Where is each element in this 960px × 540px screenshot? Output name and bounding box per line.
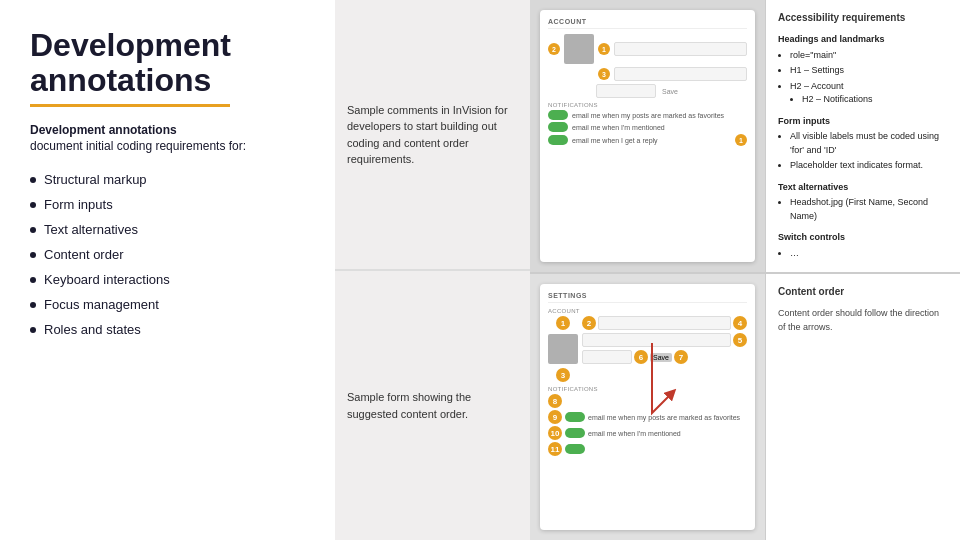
right-side: ACCOUNT 2 1 3 Save NO: [530, 0, 960, 540]
num-badge-2: 2: [548, 43, 560, 55]
notes-title: Accessibility requirements: [778, 10, 948, 25]
content-order-desc: Content order should follow the directio…: [778, 307, 948, 334]
mock-email-row: 3: [548, 67, 747, 81]
toggle-3: [548, 135, 568, 145]
list-item: Structural markup: [30, 167, 305, 192]
bullet-dot: [30, 202, 36, 208]
num-circle-6: 6: [634, 350, 648, 364]
save-button-mock: Save: [650, 353, 672, 362]
avatar-bottom: [548, 334, 578, 364]
sample-text-bottom: Sample form showing the suggested conten…: [347, 389, 518, 422]
toggle-text-1: email me when my posts are marked as fav…: [572, 112, 724, 119]
subtitle: Development annotations: [30, 123, 305, 137]
mock-input-bottom-name: [598, 316, 731, 330]
list-item: Content order: [30, 242, 305, 267]
left-panel: Development annotations Development anno…: [0, 0, 335, 540]
notes-section-form: Form inputs: [778, 115, 948, 129]
list-item: Form inputs: [30, 192, 305, 217]
mock-input-bottom-email: [582, 333, 731, 347]
mock-input-password: [596, 84, 656, 98]
notes-sublist: H2 – Notifications: [790, 93, 948, 107]
mock-section-notifications: NOTIFICATIONS: [548, 102, 747, 108]
notes-bottom-title: Content order: [778, 284, 948, 299]
note-item: Headshot.jpg (First Name, Second Name): [790, 196, 948, 223]
toggle-2: [548, 122, 568, 132]
note-item: H1 – Settings: [790, 64, 948, 78]
notes-list-switch: …: [778, 247, 948, 261]
sample-box-bottom: Sample form showing the suggested conten…: [335, 271, 530, 540]
bullet-dot: [30, 177, 36, 183]
mock-password-row: Save: [548, 84, 747, 98]
screenshot-bottom: Settings ACCOUNT 1 3 2 4: [530, 274, 765, 540]
mock-input-name: [614, 42, 747, 56]
page-title: Development annotations: [30, 28, 305, 98]
num-circle-8: 8: [548, 394, 562, 408]
notes-section-text-alt: Text alternatives: [778, 181, 948, 195]
bullet-dot: [30, 327, 36, 333]
num-circle-11: 11: [548, 442, 562, 456]
num-circle-2: 2: [582, 316, 596, 330]
mock-section-notif-bottom: NOTIFICATIONS: [548, 386, 747, 392]
num-circle-5: 5: [733, 333, 747, 347]
bullet-dot: [30, 252, 36, 258]
list-item: Keyboard interactions: [30, 267, 305, 292]
toggle-text-3: email me when I get a reply: [572, 137, 658, 144]
toggle-1: [548, 110, 568, 120]
note-item: role="main": [790, 49, 948, 63]
note-item: …: [790, 247, 948, 261]
num-badge-3: 3: [598, 68, 610, 80]
note-item: H2 – Notifications: [802, 93, 948, 107]
num-circle-4: 4: [733, 316, 747, 330]
mock-toggle-1: email me when my posts are marked as fav…: [548, 110, 747, 120]
num-badge-1: 1: [598, 43, 610, 55]
notes-list-headings: role="main" H1 – Settings H2 – Account H…: [778, 49, 948, 107]
mock-header-bottom: Settings: [548, 292, 747, 303]
right-bottom: Settings ACCOUNT 1 3 2 4: [530, 274, 960, 540]
right-top: ACCOUNT 2 1 3 Save NO: [530, 0, 960, 274]
num-circle-9: 9: [548, 410, 562, 424]
avatar-image: [564, 34, 594, 64]
toggle-bottom-3: [565, 444, 585, 454]
notes-panel-bottom: Content order Content order should follo…: [765, 274, 960, 540]
num-badge-toggle: 1: [735, 134, 747, 146]
title-underline: [30, 104, 230, 107]
bullet-dot: [30, 302, 36, 308]
mock-header: ACCOUNT: [548, 18, 747, 29]
screenshot-top: ACCOUNT 2 1 3 Save NO: [530, 0, 765, 272]
list-item: Focus management: [30, 292, 305, 317]
list-item: Text alternatives: [30, 217, 305, 242]
subtitle-desc: document initial coding requirements for…: [30, 139, 305, 153]
num-circle-1: 1: [556, 316, 570, 330]
bullet-dot: [30, 227, 36, 233]
mock-toggle-2: email me when I'm mentioned: [548, 122, 747, 132]
mock-ui-bottom: Settings ACCOUNT 1 3 2 4: [540, 284, 755, 530]
middle-panel: Sample comments in InVision for develope…: [335, 0, 530, 540]
note-item: All visible labels must be coded using '…: [790, 130, 948, 157]
notes-list-form: All visible labels must be coded using '…: [778, 130, 948, 173]
num-circle-7: 7: [674, 350, 688, 364]
notes-section-headings: Headings and landmarks: [778, 33, 948, 47]
notes-section-switch: Switch controls: [778, 231, 948, 245]
toggle-bottom-2: [565, 428, 585, 438]
num-circle-3: 3: [556, 368, 570, 382]
sample-box-top: Sample comments in InVision for develope…: [335, 0, 530, 271]
sample-text-top: Sample comments in InVision for develope…: [347, 102, 518, 168]
mock-input-bottom-pw: [582, 350, 632, 364]
list-item: Roles and states: [30, 317, 305, 342]
notes-panel-top: Accessibility requirements Headings and …: [765, 0, 960, 272]
toggle-text-bottom-2: email me when I'm mentioned: [588, 430, 681, 437]
mock-ui-top: ACCOUNT 2 1 3 Save NO: [540, 10, 755, 262]
toggle-bottom-1: [565, 412, 585, 422]
toggle-text-bottom-1: email me when my posts are marked as fav…: [588, 414, 740, 421]
num-circle-10: 10: [548, 426, 562, 440]
mock-section-account: ACCOUNT: [548, 308, 747, 314]
notes-list-text-alt: Headshot.jpg (First Name, Second Name): [778, 196, 948, 223]
mock-toggle-3: email me when I get a reply 1: [548, 134, 747, 146]
mock-avatar-row: 2 1: [548, 34, 747, 64]
bullet-list: Structural markup Form inputs Text alter…: [30, 167, 305, 342]
note-item: H2 – Account H2 – Notifications: [790, 80, 948, 107]
note-item: Placeholder text indicates format.: [790, 159, 948, 173]
mock-input-email: [614, 67, 747, 81]
toggle-text-2: email me when I'm mentioned: [572, 124, 665, 131]
bullet-dot: [30, 277, 36, 283]
